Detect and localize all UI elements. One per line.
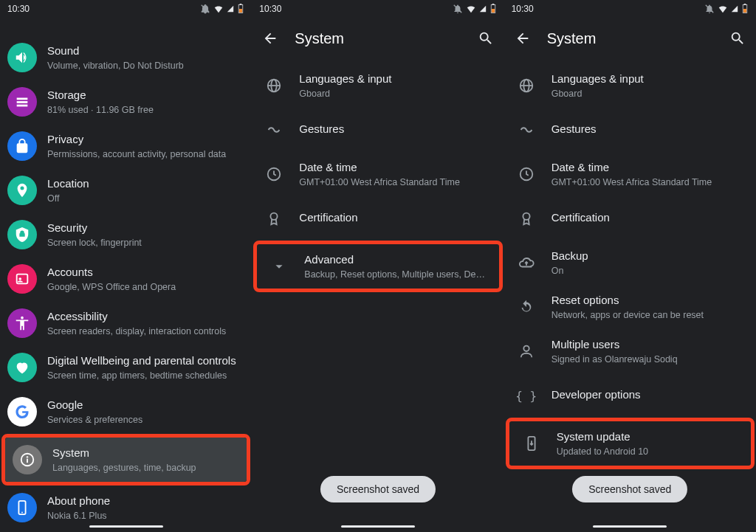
back-icon[interactable] [515, 30, 531, 46]
svg-point-31 [523, 213, 529, 220]
svg-point-32 [523, 346, 529, 351]
row-advanced[interactable]: AdvancedBackup, Reset options, Multiple … [257, 244, 498, 289]
row-sub: Volume, vibration, Do Not Disturb [47, 60, 241, 72]
status-icons [453, 4, 497, 14]
row-datetime[interactable]: Date & timeGMT+01:00 West Africa Standar… [252, 152, 504, 196]
dnd-icon [704, 4, 715, 14]
row-security[interactable]: SecurityScreen lock, fingerprint [0, 213, 252, 257]
svg-point-13 [21, 512, 23, 514]
nav-bar[interactable] [341, 525, 415, 528]
gestures-icon [259, 115, 289, 145]
page-title: System [547, 30, 713, 47]
clock-icon [259, 159, 289, 189]
sound-icon [7, 43, 37, 72]
row-users[interactable]: Multiple usersSigned in as Olanrewaju So… [504, 329, 756, 373]
row-system-update[interactable]: System updateUpdated to Android 10 [509, 421, 751, 466]
row-reset[interactable]: Reset optionsNetwork, apps or device can… [504, 285, 756, 329]
svg-rect-16 [492, 9, 495, 13]
app-bar: System [504, 18, 756, 59]
row-storage[interactable]: Storage81% used · 11.96 GB free [0, 80, 252, 124]
chevron-down-icon [264, 252, 294, 281]
row-languages[interactable]: Languages & inputGboard [252, 63, 504, 108]
row-backup[interactable]: BackupOn [504, 241, 756, 285]
system-list: Languages & inputGboard Gestures Date & … [252, 59, 504, 292]
page-title: System [295, 30, 461, 47]
status-bar: 10:30 [252, 0, 504, 18]
svg-point-10 [27, 456, 28, 457]
search-icon[interactable] [478, 30, 494, 46]
nav-bar[interactable] [89, 525, 163, 528]
accessibility-icon [7, 308, 37, 338]
row-privacy[interactable]: PrivacyPermissions, account activity, pe… [0, 124, 252, 168]
row-location[interactable]: LocationOff [0, 168, 252, 213]
svg-rect-11 [27, 459, 28, 463]
battery-icon [489, 4, 497, 14]
wifi-icon [718, 4, 728, 14]
toast[interactable]: Screenshot saved [572, 476, 687, 502]
globe-icon [512, 71, 541, 100]
row-accessibility[interactable]: AccessibilityScreen readers, display, in… [0, 301, 252, 345]
signal-icon [479, 4, 487, 14]
google-icon [7, 397, 37, 426]
braces-icon: { } [512, 381, 541, 410]
dnd-icon [200, 4, 210, 14]
highlight-advanced: AdvancedBackup, Reset options, Multiple … [253, 241, 502, 292]
globe-icon [259, 71, 289, 100]
row-datetime[interactable]: Date & timeGMT+01:00 West Africa Standar… [504, 152, 756, 196]
row-sound[interactable]: SoundVolume, vibration, Do Not Disturb [0, 35, 252, 80]
status-icons [200, 4, 244, 14]
svg-rect-3 [17, 98, 28, 100]
signal-icon [227, 4, 234, 14]
clock: 10:30 [512, 4, 534, 14]
highlight-system-update: System updateUpdated to Android 10 [506, 418, 755, 469]
clock-icon [512, 159, 541, 189]
row-developer[interactable]: { } Developer options [504, 373, 756, 418]
svg-rect-2 [240, 4, 242, 4]
row-title: Sound [47, 44, 241, 58]
svg-rect-1 [239, 9, 242, 13]
update-icon [517, 429, 546, 458]
row-languages[interactable]: Languages & inputGboard [504, 63, 756, 108]
row-gestures[interactable]: Gestures [504, 108, 756, 152]
location-icon [7, 176, 37, 205]
storage-icon [7, 87, 37, 117]
settings-main-panel: 10:30 SoundVolume, vibration, Do Not Dis… [0, 0, 252, 532]
system-panel-expanded: 10:30 System Languages & inputGboard Ges… [504, 0, 756, 532]
reset-icon [512, 292, 541, 322]
row-certification[interactable]: Certification [504, 196, 756, 241]
row-system[interactable]: SystemLanguages, gestures, time, backup [5, 438, 247, 482]
app-bar: System [252, 18, 504, 59]
search-icon[interactable] [729, 30, 746, 46]
clock: 10:30 [7, 4, 30, 14]
about-phone-icon [7, 493, 37, 522]
row-certification[interactable]: Certification [252, 196, 504, 241]
row-gestures[interactable]: Gestures [252, 108, 504, 152]
svg-rect-25 [743, 9, 746, 13]
security-icon [7, 220, 37, 249]
row-wellbeing[interactable]: Digital Wellbeing and parental controlsS… [0, 345, 252, 390]
svg-point-22 [271, 213, 278, 220]
settings-list: SoundVolume, vibration, Do Not Disturb S… [0, 18, 252, 530]
badge-icon [512, 204, 541, 233]
gestures-icon [512, 115, 541, 145]
status-bar: 10:30 [0, 0, 252, 18]
back-icon[interactable] [262, 30, 278, 46]
system-panel-collapsed: 10:30 System Languages & inputGboard Ges… [252, 0, 504, 532]
wellbeing-icon [7, 353, 37, 382]
row-about-phone[interactable]: About phoneNokia 6.1 Plus [0, 486, 252, 530]
user-icon [512, 336, 541, 366]
battery-icon [237, 4, 244, 14]
nav-bar[interactable] [593, 525, 667, 528]
toast[interactable]: Screenshot saved [320, 476, 436, 502]
system-list: Languages & inputGboard Gestures Date & … [504, 59, 756, 469]
row-accounts[interactable]: AccountsGoogle, WPS Office and Opera [0, 257, 252, 301]
battery-icon [741, 4, 749, 14]
clock: 10:30 [259, 4, 281, 14]
svg-rect-4 [17, 101, 28, 103]
system-icon [13, 445, 42, 474]
signal-icon [731, 4, 738, 14]
wifi-icon [466, 4, 476, 14]
row-google[interactable]: GoogleServices & preferences [0, 390, 252, 434]
svg-point-8 [21, 317, 24, 319]
wifi-icon [213, 4, 224, 14]
